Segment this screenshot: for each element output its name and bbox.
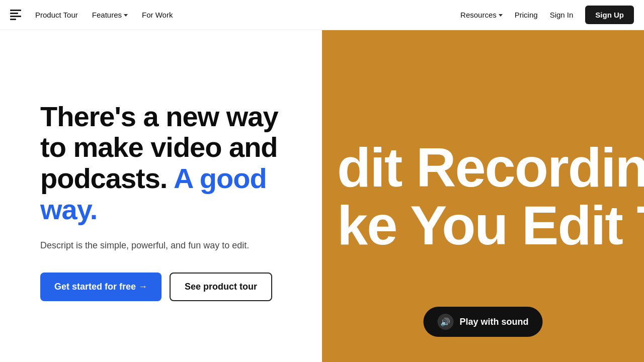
chevron-down-icon	[124, 14, 128, 17]
nav-for-work[interactable]: For Work	[142, 11, 173, 19]
see-product-tour-button[interactable]: See product tour	[170, 273, 272, 301]
hero-headline-highlight: A good way.	[40, 162, 267, 225]
nav-product-tour[interactable]: Product Tour	[35, 11, 78, 19]
sound-icon: 🔊	[437, 314, 453, 330]
nav-left: Product Tour Features For Work	[10, 10, 173, 20]
video-text-line1: dit Recordings	[337, 138, 629, 197]
nav-right: Resources Pricing Sign In Sign Up	[460, 6, 634, 24]
hero-subtext: Descript is the simple, powerful, and fu…	[40, 239, 252, 252]
video-text-line2: ke You Edit Te	[337, 196, 629, 254]
nav-resources[interactable]: Resources	[460, 11, 503, 19]
nav-features[interactable]: Features	[92, 11, 128, 19]
navbar: Product Tour Features For Work Resources…	[0, 0, 644, 30]
hero-buttons: Get started for free → See product tour	[40, 273, 292, 301]
hero-headline: There's a new way to make video and podc…	[40, 101, 292, 225]
main-content: There's a new way to make video and podc…	[0, 30, 644, 362]
sign-up-button[interactable]: Sign Up	[585, 6, 634, 24]
chevron-down-icon	[499, 14, 503, 17]
play-with-sound-button[interactable]: 🔊 Play with sound	[423, 307, 542, 337]
sign-in-link[interactable]: Sign In	[550, 11, 574, 19]
get-started-button[interactable]: Get started for free →	[40, 273, 162, 301]
hero-left: There's a new way to make video and podc…	[0, 30, 322, 362]
hero-video-panel: dit Recordings ke You Edit Te 🔊 Play wit…	[322, 30, 644, 362]
logo-icon[interactable]	[10, 10, 21, 20]
nav-pricing[interactable]: Pricing	[515, 11, 538, 19]
